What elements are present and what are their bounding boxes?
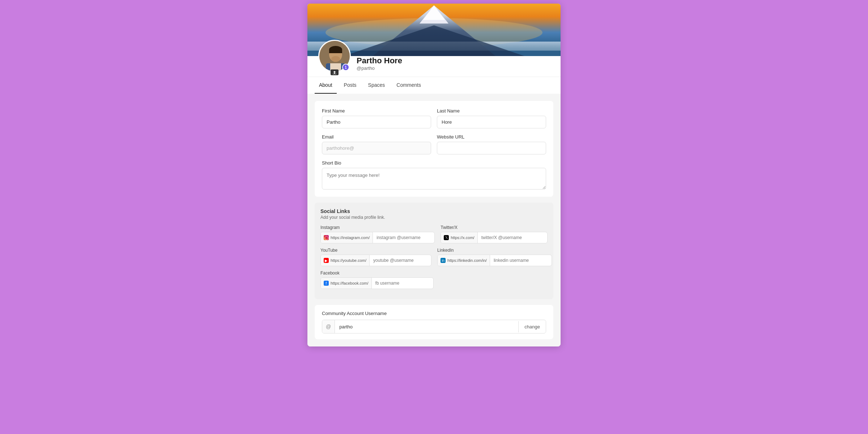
avatar-badge: 1 bbox=[342, 64, 349, 71]
youtube-label: YouTube bbox=[320, 248, 431, 253]
bio-group: Short Bio bbox=[322, 160, 546, 190]
svg-point-13 bbox=[331, 56, 340, 62]
profile-text: Partho Hore @partho bbox=[357, 56, 402, 72]
facebook-input[interactable] bbox=[372, 278, 433, 289]
twitter-group: Twitter/X 𝕏 https://x.com/ bbox=[441, 225, 548, 243]
first-name-group: First Name bbox=[322, 108, 431, 128]
twitter-icon: 𝕏 bbox=[444, 235, 449, 240]
bio-textarea[interactable] bbox=[322, 168, 546, 190]
website-label: Website URL bbox=[437, 134, 546, 140]
instagram-prefix: ◯ https://instagram.com/ bbox=[321, 232, 373, 243]
avatar-container: 1 bbox=[318, 40, 351, 72]
linkedin-label: LinkedIn bbox=[437, 248, 552, 253]
bio-label: Short Bio bbox=[322, 160, 546, 166]
youtube-wrapper: ▶ https://youtube.com/ bbox=[320, 255, 431, 266]
tab-comments[interactable]: Comments bbox=[392, 77, 425, 94]
instagram-input[interactable] bbox=[373, 232, 434, 243]
social-title: Social Links bbox=[320, 208, 548, 214]
community-section: Community Account Username @ change bbox=[315, 305, 553, 339]
facebook-icon: f bbox=[324, 281, 329, 286]
last-name-label: Last Name bbox=[437, 108, 546, 114]
email-label: Email bbox=[322, 134, 431, 140]
youtube-icon: ▶ bbox=[324, 258, 329, 263]
twitter-wrapper: 𝕏 https://x.com/ bbox=[441, 232, 548, 243]
facebook-group: Facebook f https://facebook.com/ bbox=[320, 271, 434, 289]
page-container: 1 Partho Hore @partho About Posts Spaces… bbox=[307, 4, 561, 346]
website-group: Website URL bbox=[437, 134, 546, 154]
linkedin-input[interactable] bbox=[490, 255, 552, 266]
community-username-label: Community Account Username bbox=[322, 311, 546, 316]
upload-icon[interactable] bbox=[331, 69, 339, 75]
instagram-group: Instagram ◯ https://instagram.com/ bbox=[320, 225, 435, 243]
social-links-section: Social Links Add your social media profi… bbox=[315, 203, 553, 299]
instagram-label: Instagram bbox=[320, 225, 435, 230]
facebook-wrapper: f https://facebook.com/ bbox=[320, 277, 434, 289]
instagram-icon: ◯ bbox=[324, 235, 329, 240]
youtube-prefix: ▶ https://youtube.com/ bbox=[321, 255, 370, 266]
tab-about[interactable]: About bbox=[315, 77, 337, 94]
profile-header: 1 Partho Hore @partho bbox=[307, 56, 561, 77]
email-website-row: Email Website URL bbox=[322, 134, 546, 154]
linkedin-prefix: in https://linkedin.com/in/ bbox=[438, 255, 490, 266]
community-input-wrapper: @ change bbox=[322, 320, 546, 333]
last-name-input[interactable] bbox=[437, 116, 546, 128]
social-row-3: Facebook f https://facebook.com/ bbox=[320, 271, 548, 289]
twitter-prefix: 𝕏 https://x.com/ bbox=[441, 232, 477, 243]
community-username-input[interactable] bbox=[335, 321, 518, 332]
website-input[interactable] bbox=[437, 142, 546, 154]
first-name-input[interactable] bbox=[322, 116, 431, 128]
first-name-label: First Name bbox=[322, 108, 431, 114]
change-username-button[interactable]: change bbox=[518, 321, 546, 332]
youtube-input[interactable] bbox=[370, 255, 431, 266]
instagram-wrapper: ◯ https://instagram.com/ bbox=[320, 232, 435, 243]
twitter-label: Twitter/X bbox=[441, 225, 548, 230]
last-name-group: Last Name bbox=[437, 108, 546, 128]
svg-rect-14 bbox=[333, 74, 336, 74]
facebook-label: Facebook bbox=[320, 271, 434, 276]
social-row-2: YouTube ▶ https://youtube.com/ LinkedIn … bbox=[320, 248, 548, 266]
profile-handle: @partho bbox=[357, 65, 402, 71]
social-row-1: Instagram ◯ https://instagram.com/ Twitt… bbox=[320, 225, 548, 243]
tab-spaces[interactable]: Spaces bbox=[364, 77, 390, 94]
content-area: First Name Last Name Email Website URL bbox=[307, 94, 561, 346]
tab-posts[interactable]: Posts bbox=[340, 77, 361, 94]
linkedin-group: LinkedIn in https://linkedin.com/in/ bbox=[437, 248, 552, 266]
form-section-basic: First Name Last Name Email Website URL bbox=[315, 101, 553, 197]
twitter-input[interactable] bbox=[478, 232, 547, 243]
linkedin-wrapper: in https://linkedin.com/in/ bbox=[437, 255, 552, 266]
svg-rect-12 bbox=[329, 50, 342, 53]
email-input[interactable] bbox=[322, 142, 431, 154]
youtube-group: YouTube ▶ https://youtube.com/ bbox=[320, 248, 431, 266]
email-group: Email bbox=[322, 134, 431, 154]
at-symbol: @ bbox=[322, 320, 335, 333]
linkedin-icon: in bbox=[441, 258, 446, 263]
name-row: First Name Last Name bbox=[322, 108, 546, 128]
facebook-prefix: f https://facebook.com/ bbox=[321, 278, 372, 289]
profile-name: Partho Hore bbox=[357, 56, 402, 65]
nav-tabs: About Posts Spaces Comments bbox=[307, 77, 561, 94]
social-subtitle: Add your social media profile link. bbox=[320, 215, 548, 220]
